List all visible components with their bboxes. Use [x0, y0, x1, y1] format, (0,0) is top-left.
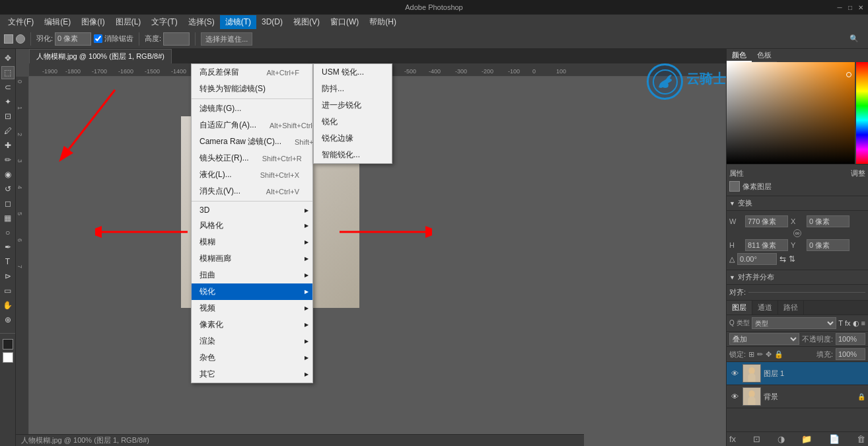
menu-item-filter[interactable]: 滤镜(T) [220, 15, 256, 29]
layers-tab-paths[interactable]: 路径 [778, 301, 804, 315]
height-input[interactable] [163, 32, 190, 46]
filter-menu-noise[interactable]: 杂色 [192, 350, 312, 366]
transform-x-input[interactable] [807, 215, 850, 227]
sharpen-submenu-usm[interactable]: USM 锐化... [314, 64, 392, 81]
create-group-button[interactable]: 📁 [801, 434, 812, 444]
menu-item-view[interactable]: 视图(V) [288, 15, 325, 29]
transform-y-input[interactable] [807, 239, 850, 251]
menu-item-file[interactable]: 文件(F) [3, 15, 39, 29]
lock-brush-icon[interactable]: ✏ [757, 350, 763, 359]
filter-menu-distort[interactable]: 扭曲 [192, 267, 312, 283]
antialias-checkbox[interactable] [94, 34, 102, 43]
restore-button[interactable]: □ [846, 3, 855, 12]
filter-menu-sharpen[interactable]: 锐化 [192, 283, 312, 300]
filter-menu-high-pass[interactable]: 高反差保留 Alt+Ctrl+F [192, 64, 312, 81]
tool-path-select[interactable]: ⊳ [1, 270, 15, 283]
transform-section-header[interactable]: ▼ 变换 [727, 196, 868, 211]
layers-t-icon[interactable]: T [838, 319, 843, 327]
layers-fx-icon[interactable]: fx [845, 319, 851, 327]
transform-h-input[interactable] [745, 239, 788, 251]
filter-menu-pixelate[interactable]: 像素化 [192, 316, 312, 333]
doc-tab-main[interactable]: 人物模糊.jpg @ 100% (图层 1, RGB/8#) [29, 49, 172, 63]
tool-eraser[interactable]: ◻ [1, 197, 15, 210]
filter-menu-video[interactable]: 视频 [192, 300, 312, 316]
tool-eyedropper[interactable]: 🖊 [1, 124, 15, 137]
layers-tab-layers[interactable]: 图层 [727, 301, 752, 315]
color-hue-strip[interactable] [856, 62, 868, 164]
blend-mode-select[interactable]: 叠加 正常 溶解 [729, 333, 799, 345]
layer-bg-eye[interactable]: 👁 [729, 391, 740, 402]
menu-item-layer[interactable]: 图层(L) [110, 15, 147, 29]
tool-pen[interactable]: ✒ [1, 241, 15, 254]
filter-menu-3d[interactable]: 3D [192, 203, 312, 217]
tool-zoom[interactable]: ⊕ [1, 313, 15, 326]
layers-tab-channels[interactable]: 通道 [752, 301, 778, 315]
menu-item-help[interactable]: 帮助(H) [364, 15, 402, 29]
tool-dodge[interactable]: ○ [1, 226, 15, 239]
menu-item-window[interactable]: 窗口(W) [325, 15, 364, 29]
filter-menu-vanishing[interactable]: 消失点(V)... Alt+Ctrl+V [192, 183, 312, 200]
menu-item-image[interactable]: 图像(I) [76, 15, 110, 29]
minimize-button[interactable]: ─ [835, 3, 844, 12]
filter-menu-camera-raw[interactable]: Camera Raw 滤镜(C)... Shift+Ctrl+A [192, 133, 312, 150]
toolbar-shape-square[interactable] [4, 34, 13, 44]
filter-menu-other[interactable]: 其它 [192, 366, 312, 383]
filter-menu-convert-smart[interactable]: 转换为智能滤镜(S) [192, 81, 312, 97]
create-adjustment-button[interactable]: ◑ [778, 434, 785, 444]
toolbar-shape-circle[interactable] [16, 34, 25, 44]
tool-gradient[interactable]: ▦ [1, 211, 15, 225]
feather-input[interactable] [55, 32, 91, 46]
filter-menu-blur[interactable]: 模糊 [192, 234, 312, 250]
tool-marquee[interactable]: ⬚ [1, 66, 15, 79]
toolbar-antialias[interactable]: 消除锯齿 [94, 34, 133, 44]
tool-history-brush[interactable]: ↺ [1, 182, 15, 196]
sharpen-submenu-more[interactable]: 进一步锐化 [314, 97, 392, 114]
tool-move[interactable]: ✥ [1, 52, 15, 65]
color-tab-color[interactable]: 颜色 [727, 49, 752, 62]
layers-type-select[interactable]: 类型 [752, 317, 837, 329]
tool-brush[interactable]: ✏ [1, 153, 15, 167]
add-style-button[interactable]: fx [729, 434, 736, 444]
tool-text[interactable]: T [1, 255, 15, 268]
sharpen-submenu-basic[interactable]: 锐化 [314, 114, 392, 130]
filter-menu-lens-correct[interactable]: 镜头校正(R)... Shift+Ctrl+R [192, 150, 312, 167]
select-mask-button[interactable]: 选择并遮住... [201, 32, 252, 46]
tool-crop[interactable]: ⊡ [1, 110, 15, 123]
layer-item-background[interactable]: 👁 背景 🔒 [727, 385, 868, 408]
tool-lasso[interactable]: ⊂ [1, 81, 15, 94]
tool-hand[interactable]: ✋ [1, 299, 15, 312]
layers-filter-icon[interactable]: ≡ [861, 319, 865, 327]
sharpen-submenu-smart[interactable]: 智能锐化... [314, 147, 392, 163]
sharpen-submenu-shake[interactable]: 防抖... [314, 81, 392, 97]
layers-adj-icon[interactable]: ◐ [853, 319, 859, 328]
color-tab-swatches[interactable]: 色板 [752, 49, 777, 62]
close-button[interactable]: ✕ [856, 3, 865, 12]
menu-item-select[interactable]: 选择(S) [183, 15, 220, 29]
menu-item-3d[interactable]: 3D(D) [256, 16, 288, 28]
menu-item-edit[interactable]: 编辑(E) [39, 15, 76, 29]
tool-foreground-color[interactable] [3, 339, 13, 350]
layer-1-eye[interactable]: 👁 [729, 368, 740, 379]
tool-magic-wand[interactable]: ✦ [1, 95, 15, 108]
tool-heal[interactable]: ✚ [1, 139, 15, 152]
layer-item-1[interactable]: 👁 图层 1 [727, 362, 868, 385]
link-proportional-icon[interactable]: ∞ [793, 229, 801, 237]
lock-move-icon[interactable]: ✥ [766, 350, 772, 359]
align-section-header[interactable]: ▼ 对齐并分布 [727, 270, 868, 285]
add-mask-button[interactable]: ⊡ [753, 434, 760, 444]
opacity-input[interactable] [836, 333, 865, 345]
filter-menu-adaptive-wide[interactable]: 自适应广角(A)... Alt+Shift+Ctrl+A [192, 117, 312, 133]
filter-menu-blur-gallery[interactable]: 模糊画廊 [192, 250, 312, 267]
filter-menu-render[interactable]: 渲染 [192, 333, 312, 350]
menu-item-type[interactable]: 文字(T) [146, 15, 182, 29]
transform-flip-h-icon[interactable]: ⇆ [779, 254, 786, 264]
tool-background-color[interactable] [3, 352, 13, 363]
tool-shape[interactable]: ▭ [1, 284, 15, 297]
transform-flip-v-icon[interactable]: ⇅ [789, 254, 795, 264]
filter-menu-gallery[interactable]: 滤镜库(G)... [192, 100, 312, 117]
lock-all-icon[interactable]: 🔒 [774, 350, 783, 359]
delete-layer-button[interactable]: 🗑 [857, 434, 865, 444]
transform-w-input[interactable] [745, 215, 788, 227]
lock-pixel-icon[interactable]: ⊞ [748, 350, 754, 359]
transform-angle-input[interactable] [737, 253, 777, 265]
